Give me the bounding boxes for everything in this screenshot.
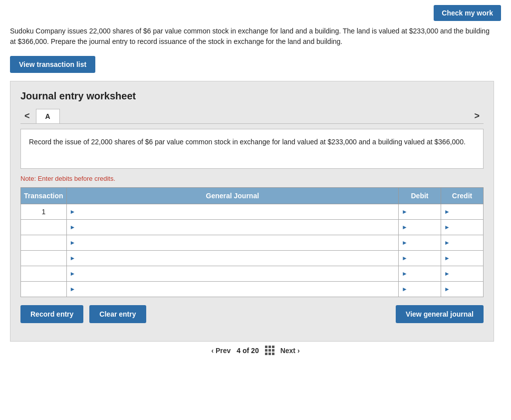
general-journal-input-2[interactable] [75,220,398,235]
credit-input-5[interactable] [450,266,483,281]
row-arrow-1: ► [70,208,76,215]
journal-input-cell-2: ► [66,220,398,235]
debit-input-1[interactable] [408,204,441,219]
debit-input-4[interactable] [408,251,441,266]
col-header-credit: Credit [441,188,484,204]
next-button[interactable]: Next › [280,347,300,355]
debit-input-5[interactable] [408,266,441,281]
debit-arrow-6: ► [402,286,408,293]
table-row: ► ► ► [21,220,484,235]
general-journal-input-5[interactable] [75,266,398,281]
transaction-number-cell-6 [21,282,67,297]
transaction-number-cell-3 [21,235,67,251]
table-row: ► ► ► [21,266,484,282]
debit-input-2[interactable] [408,220,441,235]
debit-input-cell-1: ► [399,204,441,220]
credit-input-6[interactable] [450,282,483,297]
row-arrow-3: ► [70,239,76,246]
transaction-description: Record the issue of 22,000 shares of $6 … [20,129,484,169]
journal-input-cell-6: ► [66,282,398,297]
worksheet-title: Journal entry worksheet [20,90,484,102]
debit-input-cell-4: ► [399,251,441,266]
tab-nav-right-arrow[interactable]: > [470,109,484,123]
general-journal-input-1[interactable] [75,204,398,219]
record-entry-button[interactable]: Record entry [20,305,83,323]
col-header-debit: Debit [399,188,441,204]
worksheet-container: Journal entry worksheet < A > Record the… [10,81,494,342]
debit-input-cell-2: ► [399,220,441,235]
table-row: ► ► ► [21,282,484,297]
row-arrow-4: ► [70,255,76,262]
debit-arrow-4: ► [402,255,408,262]
debit-arrow-3: ► [402,239,408,246]
credit-arrow-5: ► [444,270,450,277]
row-arrow-5: ► [70,270,76,277]
note-text: Note: Enter debits before credits. [20,175,484,182]
table-row: ► ► ► [21,251,484,266]
debit-input-cell-6: ► [399,282,441,297]
transaction-number-cell-2 [21,220,67,235]
credit-input-cell-5: ► [441,266,484,282]
debit-arrow-5: ► [402,270,408,277]
debit-arrow-1: ► [402,208,408,215]
transaction-number-cell: 1 [21,204,67,220]
general-journal-input-4[interactable] [75,251,398,266]
credit-input-3[interactable] [450,235,483,250]
credit-arrow-4: ► [444,255,450,262]
credit-arrow-2: ► [444,224,450,231]
view-transaction-list-button[interactable]: View transaction list [10,56,95,73]
col-header-general-journal: General Journal [66,188,398,204]
credit-input-cell-4: ► [441,251,484,266]
journal-input-cell-3: ► [66,235,398,251]
prev-button[interactable]: ‹ Prev [211,347,231,355]
credit-input-cell-3: ► [441,235,484,251]
check-my-work-button[interactable]: Check my work [434,5,501,21]
problem-text: Sudoku Company issues 22,000 shares of $… [10,26,494,47]
general-journal-input-3[interactable] [75,235,398,250]
view-general-journal-button[interactable]: View general journal [396,305,484,323]
table-row: 1 ► ► ► [21,204,484,220]
journal-table: Transaction General Journal Debit Credit… [20,187,484,297]
debit-input-cell-5: ► [399,266,441,282]
clear-entry-button[interactable]: Clear entry [89,305,146,323]
credit-input-4[interactable] [450,251,483,266]
credit-input-2[interactable] [450,220,483,235]
journal-input-cell-4: ► [66,251,398,266]
debit-arrow-2: ► [402,224,408,231]
journal-input-cell-5: ► [66,266,398,282]
credit-arrow-3: ► [444,239,450,246]
debit-input-3[interactable] [408,235,441,250]
transaction-number-cell-4 [21,251,67,266]
credit-input-cell-1: ► [441,204,484,220]
credit-arrow-6: ► [444,286,450,293]
row-arrow-2: ► [70,224,76,231]
table-row: ► ► ► [21,235,484,251]
bottom-buttons: Record entry Clear entry View general jo… [20,305,484,323]
grid-icon[interactable] [265,346,274,355]
tab-row: < A > [20,109,484,124]
debit-input-6[interactable] [408,282,441,297]
transaction-number-cell-5 [21,266,67,282]
credit-input-1[interactable] [450,204,483,219]
pagination: ‹ Prev 4 of 20 Next › [10,346,501,355]
credit-input-cell-2: ► [441,220,484,235]
row-arrow-6: ► [70,286,76,293]
journal-input-cell-1: ► [66,204,398,220]
debit-input-cell-3: ► [399,235,441,251]
col-header-transaction: Transaction [21,188,67,204]
tab-a[interactable]: A [36,109,60,123]
pagination-current: 4 of 20 [237,347,258,355]
credit-arrow-1: ► [444,208,450,215]
general-journal-input-6[interactable] [75,282,398,297]
tab-nav-left-arrow[interactable]: < [20,109,34,123]
credit-input-cell-6: ► [441,282,484,297]
